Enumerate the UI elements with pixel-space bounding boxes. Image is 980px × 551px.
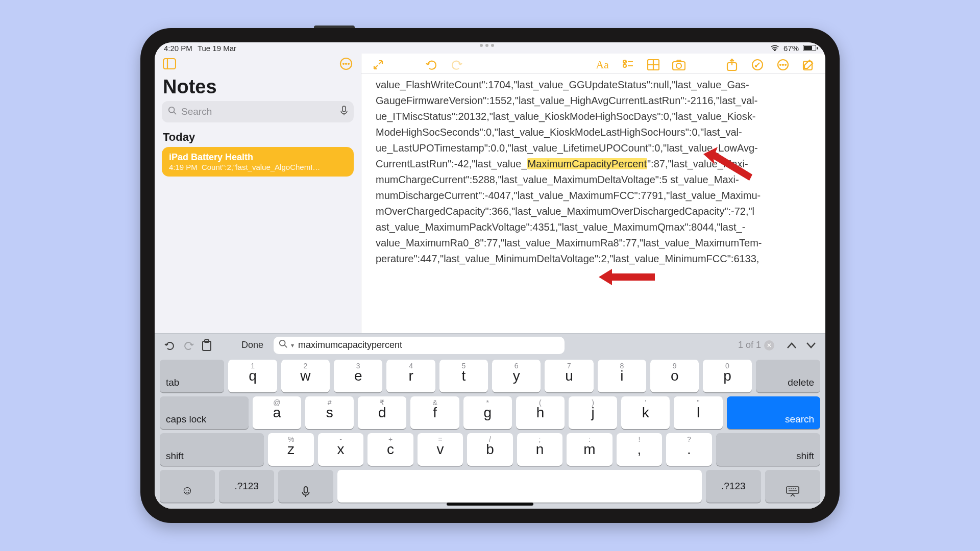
key-a[interactable]: @a	[253, 396, 301, 429]
find-input[interactable]: ▾	[274, 337, 565, 354]
status-time: 4:20 PM	[164, 44, 192, 53]
key-symbols-right[interactable]: .?123	[706, 470, 761, 503]
key-,[interactable]: !,	[617, 433, 662, 466]
home-indicator[interactable]	[447, 503, 533, 506]
svg-point-22	[782, 64, 783, 65]
ipad-top-button	[314, 26, 355, 28]
note-text-highlight: MaximumCapacityPercent	[527, 158, 647, 169]
dictate-icon[interactable]	[340, 106, 348, 118]
search-input[interactable]: Search	[162, 101, 354, 122]
more-options-icon[interactable]	[339, 57, 353, 72]
key-s[interactable]: #s	[305, 396, 354, 429]
key-p[interactable]: 0p	[703, 360, 751, 392]
more-circle-icon[interactable]	[776, 58, 790, 71]
redo-icon[interactable]	[450, 58, 463, 71]
search-placeholder: Search	[181, 106, 212, 117]
svg-point-27	[280, 340, 285, 346]
undo-icon[interactable]	[425, 58, 438, 71]
key-u[interactable]: 7u	[545, 360, 593, 392]
key-j[interactable]: )j	[569, 396, 617, 429]
svg-line-7	[174, 112, 177, 114]
key-shift-right[interactable]: shift	[716, 433, 820, 466]
expand-icon[interactable]	[372, 58, 385, 71]
svg-point-4	[346, 63, 347, 64]
svg-point-6	[169, 107, 175, 112]
text-format-icon[interactable]: Aa	[596, 58, 609, 71]
status-date: Tue 19 Mar	[198, 44, 236, 53]
key-shift-left[interactable]: shift	[160, 433, 264, 466]
multitask-handle[interactable]	[480, 44, 500, 47]
key-q[interactable]: 1q	[228, 360, 277, 392]
svg-rect-29	[304, 487, 308, 493]
key-n[interactable]: ;n	[517, 433, 562, 466]
key-emoji[interactable]: ☺	[160, 470, 215, 503]
key-r[interactable]: 4r	[386, 360, 435, 392]
sidebar-title: Notes	[155, 74, 361, 101]
note-body[interactable]: value_FlashWriteCount":1704,"last_value_…	[361, 74, 825, 333]
key-z[interactable]: %z	[268, 433, 313, 466]
key-hide-keyboard[interactable]	[765, 470, 820, 503]
key-tab[interactable]: tab	[160, 360, 224, 392]
kb-undo-icon[interactable]	[164, 339, 176, 352]
key-space[interactable]	[337, 470, 701, 503]
key-g[interactable]: *g	[463, 396, 512, 429]
key-m[interactable]: :m	[567, 433, 612, 466]
key-symbols-left[interactable]: .?123	[219, 470, 274, 503]
find-match-count: 1 of 1	[738, 340, 761, 350]
note-item-preview: Count":2,"last_value_AlgoChemI…	[202, 163, 320, 171]
key-v[interactable]: =v	[418, 433, 463, 466]
kb-paste-icon[interactable]	[201, 339, 213, 352]
key-l[interactable]: "l	[674, 396, 722, 429]
key-k[interactable]: 'k	[621, 396, 670, 429]
find-search-icon	[279, 339, 288, 351]
key-f[interactable]: &f	[410, 396, 459, 429]
battery-icon	[803, 45, 816, 51]
key-x[interactable]: -x	[318, 433, 363, 466]
key-y[interactable]: 6y	[492, 360, 541, 392]
svg-rect-8	[342, 106, 346, 112]
key-search[interactable]: search	[727, 396, 820, 429]
key-c[interactable]: +c	[368, 433, 413, 466]
note-toolbar: Aa	[361, 54, 825, 74]
battery-percent: 67%	[783, 44, 799, 53]
search-icon	[168, 106, 177, 118]
find-bar: Done ▾ 1 of 1 ✕	[155, 333, 825, 357]
table-icon[interactable]	[647, 58, 660, 71]
find-prev-button[interactable]	[787, 339, 797, 352]
svg-point-11	[623, 64, 626, 67]
note-list-item-selected[interactable]: iPad Battery Health 4:19 PM Count":2,"la…	[162, 147, 354, 177]
key-h[interactable]: (h	[516, 396, 565, 429]
key-o[interactable]: 9o	[650, 360, 699, 392]
markup-icon[interactable]	[751, 58, 764, 71]
find-chevron-down-icon[interactable]: ▾	[291, 342, 294, 349]
svg-rect-0	[163, 59, 176, 69]
svg-point-5	[348, 63, 349, 64]
svg-point-3	[343, 63, 344, 64]
checklist-icon[interactable]	[621, 58, 634, 71]
find-clear-button[interactable]: ✕	[764, 340, 774, 350]
key-w[interactable]: 2w	[281, 360, 330, 392]
key-capslock[interactable]: caps lock	[160, 396, 249, 429]
toggle-sidebar-icon[interactable]	[163, 58, 176, 71]
note-pane: Aa value_FlashWriteCount":1704,"last_val…	[361, 54, 825, 333]
kb-redo-icon[interactable]	[182, 339, 194, 352]
find-text-field[interactable]	[297, 339, 559, 351]
notes-app: Notes Search Today iPad Battery Health 4…	[155, 54, 825, 333]
key-b[interactable]: /b	[467, 433, 512, 466]
compose-icon[interactable]	[802, 58, 815, 71]
key-t[interactable]: 5t	[439, 360, 488, 392]
sidebar: Notes Search Today iPad Battery Health 4…	[155, 54, 361, 333]
find-done-button[interactable]: Done	[237, 340, 267, 350]
find-next-button[interactable]	[806, 339, 816, 352]
key-dictate[interactable]	[278, 470, 333, 503]
key-i[interactable]: 8i	[598, 360, 646, 392]
svg-line-28	[285, 345, 287, 348]
camera-icon[interactable]	[672, 58, 685, 71]
key-.[interactable]: ?.	[666, 433, 712, 466]
section-today: Today	[155, 127, 361, 147]
svg-point-23	[785, 64, 786, 65]
key-e[interactable]: 3e	[334, 360, 382, 392]
key-d[interactable]: ₹d	[358, 396, 406, 429]
share-icon[interactable]	[725, 58, 739, 71]
key-delete[interactable]: delete	[756, 360, 820, 392]
